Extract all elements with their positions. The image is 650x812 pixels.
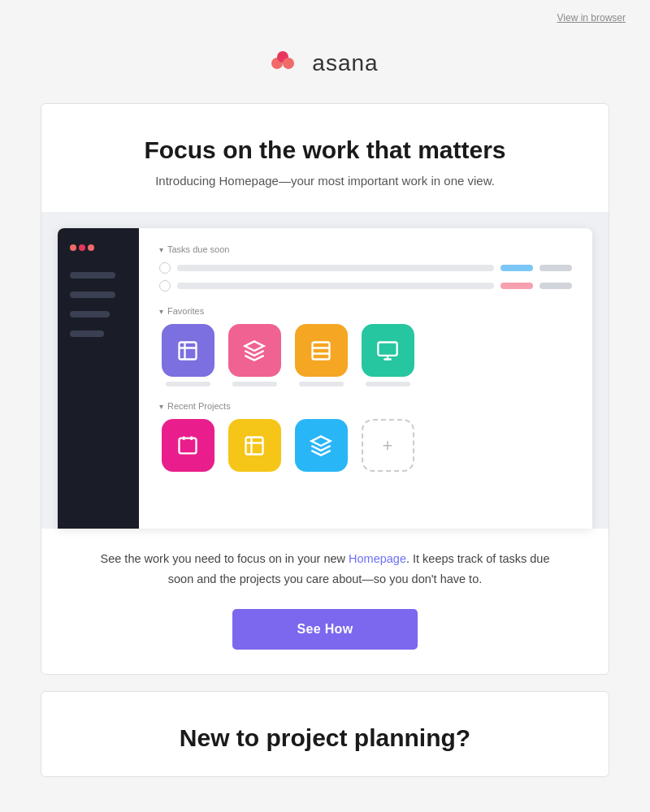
task-bar-1 (177, 265, 494, 271)
svg-rect-0 (180, 342, 197, 359)
tasks-section-label: Tasks due soon (159, 244, 572, 254)
task-checkbox-1 (159, 262, 171, 274)
recent-card-add[interactable]: + (359, 419, 416, 472)
main-card: Focus on the work that matters Introduci… (41, 103, 609, 675)
task-row-2 (159, 280, 572, 292)
recent-icon-pink (162, 419, 214, 472)
recent-icon-yellow (228, 419, 281, 472)
hero-subtitle: Introducing Homepage—your most important… (66, 174, 584, 188)
fav-card-3 (292, 324, 349, 387)
second-card: New to project planning? (41, 691, 609, 777)
svg-rect-6 (378, 342, 396, 355)
screenshot-container: Tasks due soon (41, 212, 609, 529)
fav-icon-orange (295, 324, 348, 377)
recent-grid: + (159, 419, 572, 472)
hero-section: Focus on the work that matters Introduci… (41, 104, 609, 204)
description-text-before: See the work you need to focus on in you… (101, 552, 349, 565)
hero-title: Focus on the work that matters (66, 136, 584, 164)
recent-add-icon[interactable]: + (362, 419, 414, 472)
recent-card-3 (292, 419, 349, 472)
svg-rect-12 (246, 437, 263, 454)
top-bar: View in browser (0, 0, 650, 34)
fav-icon-purple (162, 324, 214, 377)
asana-logo-dots (271, 51, 304, 76)
app-main-content: Tasks due soon (139, 228, 592, 529)
homepage-link[interactable]: Homepage (349, 552, 406, 565)
description-text: See the work you need to focus on in you… (90, 549, 560, 589)
logo-text: asana (312, 50, 378, 76)
fav-label-1 (166, 382, 210, 387)
favorites-section-label: Favorites (159, 306, 572, 316)
sidebar-logo (70, 244, 127, 251)
recent-card-2 (226, 419, 283, 472)
fav-label-2 (232, 382, 277, 387)
sidebar-nav-line-1 (70, 272, 115, 279)
task-tag-gray-2 (540, 283, 572, 289)
svg-rect-3 (313, 342, 330, 359)
fav-label-3 (299, 382, 344, 387)
task-tag-pink (500, 283, 533, 289)
description-section: See the work you need to focus on in you… (41, 529, 609, 674)
fav-card-1 (159, 324, 216, 387)
favorites-section: Favorites (159, 306, 572, 387)
app-sidebar (58, 228, 139, 529)
task-tag-gray-1 (540, 265, 572, 271)
logo-area: asana (0, 34, 650, 103)
task-row-1 (159, 262, 572, 274)
recent-section: Recent Projects (159, 401, 572, 472)
see-how-button[interactable]: See How (232, 609, 418, 650)
task-tag-blue (500, 265, 533, 271)
fav-icon-pink (228, 324, 281, 377)
sidebar-dot-top (79, 244, 85, 251)
second-card-title: New to project planning? (66, 724, 584, 752)
sidebar-nav-line-3 (70, 311, 110, 317)
recent-section-label: Recent Projects (159, 401, 572, 411)
sidebar-dot-1 (70, 244, 76, 251)
fav-card-2 (226, 324, 283, 387)
sidebar-nav-line-2 (70, 292, 115, 298)
dot-right (283, 58, 294, 69)
recent-card-1 (159, 419, 216, 472)
fav-label-4 (366, 382, 410, 387)
task-bar-2 (177, 283, 494, 289)
fav-card-4 (359, 324, 416, 387)
sidebar-nav-line-4 (70, 330, 104, 337)
sidebar-dot-2 (88, 244, 94, 251)
view-in-browser-link[interactable]: View in browser (557, 12, 626, 24)
svg-rect-9 (180, 438, 197, 453)
task-checkbox-2 (159, 280, 171, 292)
recent-icon-blue (295, 419, 348, 472)
app-mockup: Tasks due soon (58, 228, 592, 529)
fav-icon-teal (362, 324, 414, 377)
tasks-section: Tasks due soon (159, 244, 572, 292)
logo-container: asana (271, 50, 378, 76)
favorites-grid (159, 324, 572, 387)
